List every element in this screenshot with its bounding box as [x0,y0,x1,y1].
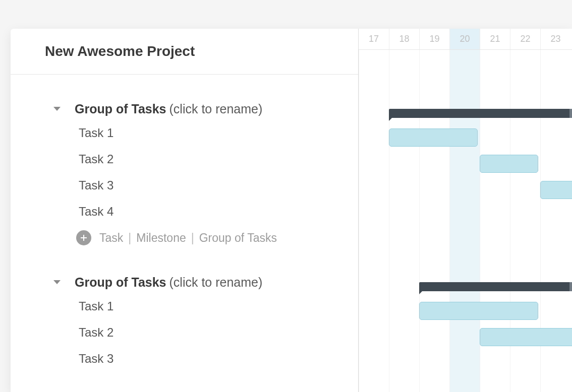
task-row[interactable]: Task 3 [11,346,358,372]
task-row[interactable]: Task 1 [11,293,358,319]
group-rename-hint: (click to rename) [169,102,263,116]
task-timeline-bar[interactable] [419,302,538,320]
task-name[interactable]: Task 2 [79,325,113,340]
chevron-down-icon[interactable] [53,107,61,111]
date-cell[interactable]: 18 [389,29,419,49]
task-timeline-bar[interactable] [540,181,572,199]
task-timeline-bar[interactable] [389,128,478,147]
task-row[interactable]: Task 1 [11,120,358,146]
group-name[interactable]: Group of Tasks [75,102,166,116]
separator: | [191,231,194,245]
group-timeline-bar[interactable] [389,109,572,118]
svg-rect-1 [81,237,87,238]
date-cell[interactable]: 22 [510,29,540,49]
date-cell[interactable]: 23 [540,29,570,49]
task-timeline-bar[interactable] [480,155,538,173]
date-cell[interactable]: 17 [359,29,389,49]
separator: | [128,231,131,245]
add-group-link[interactable]: Group of Tasks [199,231,277,245]
date-cell[interactable]: 21 [480,29,510,49]
group-header[interactable]: Group of Tasks (click to rename) [11,98,358,120]
timeline-bars [359,50,572,392]
project-header: New Awesome Project [11,29,358,75]
project-title[interactable]: New Awesome Project [45,43,195,59]
task-row[interactable]: Task 2 [11,319,358,346]
add-milestone-link[interactable]: Milestone [136,231,186,245]
group-timeline-bar[interactable] [419,282,572,291]
task-list-pane: New Awesome Project Group of Tasks (clic… [11,29,359,392]
add-item-row: Task|Milestone|Group of Tasks [11,225,358,251]
task-timeline-bar[interactable] [480,328,572,346]
task-row[interactable]: Task 2 [11,146,358,172]
app-window: New Awesome Project Group of Tasks (clic… [11,29,572,392]
task-name[interactable]: Task 1 [79,126,113,140]
add-task-link[interactable]: Task [99,231,123,245]
date-header: 17181920212223 [359,29,572,50]
group-header[interactable]: Group of Tasks (click to rename) [11,271,358,293]
timeline-pane[interactable]: 17181920212223 [359,29,572,392]
task-name[interactable]: Task 4 [79,205,113,219]
task-area: Group of Tasks (click to rename)Task 1Ta… [11,75,358,392]
task-row[interactable]: Task 4 [11,199,358,225]
group-name[interactable]: Group of Tasks [75,275,166,290]
task-name[interactable]: Task 1 [79,299,113,313]
plus-icon[interactable] [76,230,91,245]
task-name[interactable]: Task 3 [79,352,113,366]
chevron-down-icon[interactable] [53,280,61,284]
group-rename-hint: (click to rename) [169,275,263,290]
task-name[interactable]: Task 2 [79,152,113,166]
task-row[interactable]: Task 3 [11,172,358,199]
task-name[interactable]: Task 3 [79,178,113,192]
date-cell[interactable]: 20 [449,29,480,49]
date-cell[interactable]: 19 [419,29,449,49]
